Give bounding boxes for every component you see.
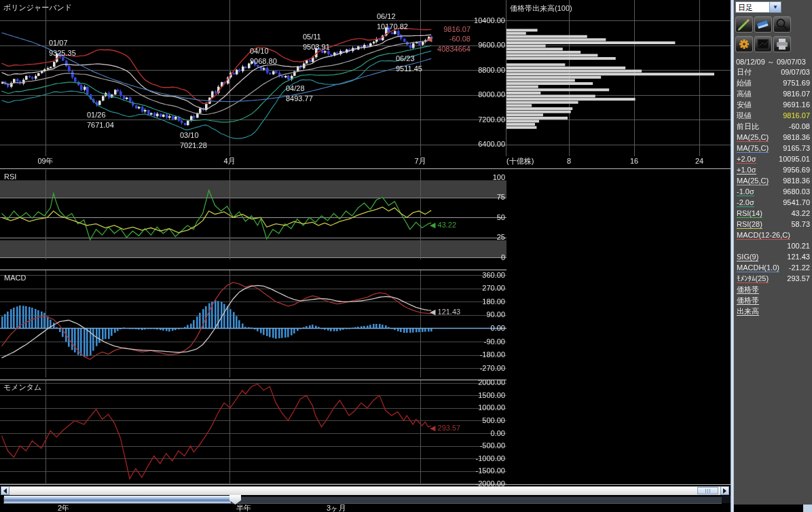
range-6m[interactable]: 半年 xyxy=(236,504,251,512)
indicator-value: 9680.03 xyxy=(783,187,810,196)
chart-window-button[interactable] xyxy=(754,36,772,52)
indicator-row: SIG(9)121.43 xyxy=(734,251,812,262)
indicator-row: 価格帯 xyxy=(734,295,812,306)
indicator-value: 100.21 xyxy=(787,242,810,250)
indicator-value: 43.22 xyxy=(791,209,810,217)
indicator-link[interactable]: RSI(28) xyxy=(737,220,762,229)
indicator-link[interactable]: -1.0σ xyxy=(737,187,754,196)
indicator-label: 日付 xyxy=(737,68,752,76)
indicator-link[interactable]: MACDH(1.0) xyxy=(737,263,779,272)
indicator-value: 293.57 xyxy=(787,274,810,282)
indicator-value: 58.73 xyxy=(791,220,810,228)
timeframe-select[interactable]: 日足 ▼ xyxy=(735,1,781,13)
indicator-value: 9541.70 xyxy=(783,198,810,206)
scroll-right-button[interactable] xyxy=(720,486,729,495)
indicator-value: -60.08 xyxy=(789,122,810,130)
indicator-row: 100.21 xyxy=(734,240,812,251)
indicator-link[interactable]: +2.0σ xyxy=(737,155,756,164)
indicator-row: MACD(12-26,C) xyxy=(734,230,812,240)
range-slider-end-cap xyxy=(722,496,731,503)
indicator-row: 高値9816.07 xyxy=(734,88,812,99)
indicator-row: MA(25,C)9818.36 xyxy=(734,132,812,143)
indicator-row: 出来高 xyxy=(734,306,812,316)
range-3m[interactable]: 3ヶ月 xyxy=(327,504,346,512)
pencil-icon xyxy=(737,18,752,31)
chevron-down-icon[interactable]: ▼ xyxy=(769,2,781,12)
indicator-value: 9816.07 xyxy=(783,111,810,120)
print-button[interactable] xyxy=(773,36,791,52)
resize-grip[interactable] xyxy=(803,505,812,512)
indicator-row: -1.0σ9680.03 xyxy=(734,186,812,197)
indicator-link[interactable]: 価格帯 xyxy=(737,296,759,305)
chart-application-window: ボリンジャーバンド価格帯出来高(100)RSIMACDモメンタム10400.00… xyxy=(0,0,812,512)
indicator-value: 9818.36 xyxy=(783,133,810,141)
indicator-value: 9956.69 xyxy=(783,166,810,174)
indicator-row: 始値9751.69 xyxy=(734,77,812,88)
indicator-value: 9165.73 xyxy=(783,144,810,152)
range-slider-fill xyxy=(4,496,231,503)
indicator-row: 前日比-60.08 xyxy=(734,121,812,132)
chart-canvas[interactable] xyxy=(0,0,731,486)
right-arrow-icon xyxy=(723,488,729,494)
indicator-row: RSI(14)43.22 xyxy=(734,208,812,219)
indicator-row: +1.0σ9956.69 xyxy=(734,164,812,175)
eraser-icon xyxy=(756,18,771,31)
indicator-label: 始値 xyxy=(737,79,752,87)
indicator-link[interactable]: 価格帯 xyxy=(737,285,759,294)
range-2y[interactable]: 2年 xyxy=(58,504,69,512)
left-arrow-icon xyxy=(1,488,7,494)
draw-line-button[interactable] xyxy=(735,16,753,33)
eraser-button[interactable] xyxy=(754,16,772,33)
indicator-link[interactable]: 出来高 xyxy=(737,307,759,316)
indicator-link[interactable]: MA(25,C) xyxy=(737,177,769,185)
indicator-row: MA(25,C)9818.36 xyxy=(734,175,812,186)
indicator-row: MA(75,C)9165.73 xyxy=(734,143,812,153)
indicator-value: 9818.36 xyxy=(783,177,810,185)
indicator-value: 9691.16 xyxy=(783,100,810,109)
zoom-out-button[interactable] xyxy=(773,16,791,33)
indicator-value: -21.22 xyxy=(789,263,810,272)
printer-icon xyxy=(775,37,790,51)
indicator-value: 09/07/03 xyxy=(781,68,810,76)
indicator-row: 安値9691.16 xyxy=(734,99,812,110)
indicator-label: 高値 xyxy=(737,90,752,98)
settings-button[interactable] xyxy=(735,36,753,52)
gear-icon xyxy=(737,37,752,51)
indicator-row: 現値9816.07 xyxy=(734,110,812,121)
indicator-link[interactable]: MACD(12-26,C) xyxy=(737,231,790,240)
indicator-link[interactable]: +1.0σ xyxy=(737,166,756,175)
indicator-row: -2.0σ9541.70 xyxy=(734,197,812,208)
magnifier-icon xyxy=(775,18,790,31)
indicator-link[interactable]: MA(75,C) xyxy=(737,144,769,153)
scrollbar-track[interactable] xyxy=(10,486,720,495)
indicator-value: 9816.07 xyxy=(783,90,810,98)
date-range-label: 08/12/09 ～ 09/07/03 xyxy=(736,57,806,67)
indicator-row: RSI(28)58.73 xyxy=(734,219,812,230)
indicator-value: 121.43 xyxy=(787,253,810,261)
indicator-link[interactable]: -2.0σ xyxy=(737,198,754,207)
indicator-row: +2.0σ10095.01 xyxy=(734,153,812,164)
indicator-value-list: 日付09/07/03始値9751.69高値9816.07安値9691.16現値9… xyxy=(734,67,812,316)
indicator-link[interactable]: RSI(14) xyxy=(737,209,762,218)
indicator-row: MACDH(1.0)-21.22 xyxy=(734,262,812,273)
scroll-left-button[interactable] xyxy=(1,486,10,495)
indicator-row: 日付09/07/03 xyxy=(734,67,812,77)
sidebar: 日足 ▼ 08/12/09 ～ 09/07/03 日付09/07/03始値975… xyxy=(734,0,812,505)
indicator-link[interactable]: MA(25,C) xyxy=(737,133,769,142)
indicator-label: 現値 xyxy=(737,111,752,120)
indicator-label: 前日比 xyxy=(737,122,759,130)
chart-icon xyxy=(756,37,771,51)
indicator-row: 価格帯 xyxy=(734,284,812,295)
indicator-row: ﾓﾒﾝﾀﾑ(25)293.57 xyxy=(734,273,812,284)
indicator-value: 9751.69 xyxy=(783,79,810,87)
indicator-link[interactable]: ﾓﾒﾝﾀﾑ(25) xyxy=(737,274,769,283)
indicator-label: 安値 xyxy=(737,100,752,109)
indicator-link[interactable]: SIG(9) xyxy=(737,253,758,261)
timeframe-value: 日足 xyxy=(736,2,769,12)
scrollbar-thumb[interactable] xyxy=(697,487,718,494)
indicator-value: 10095.01 xyxy=(779,155,810,163)
